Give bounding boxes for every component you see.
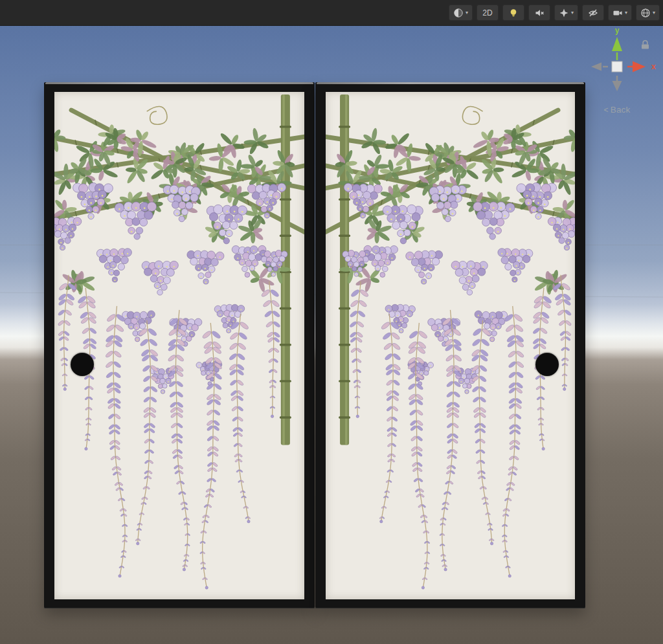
door-handle-left — [71, 353, 94, 376]
gizmo-back-button[interactable]: <Back — [579, 105, 655, 115]
wisteria-painting-left — [54, 92, 304, 599]
scene-visibility-toggle-button[interactable] — [582, 5, 604, 21]
door-panel-right — [326, 92, 575, 599]
door-handle-right — [535, 353, 559, 376]
camera-view-dropdown-button[interactable]: ▾ — [608, 5, 632, 21]
chevron-down-icon: ▾ — [571, 10, 574, 16]
back-chevron-icon: < — [603, 105, 608, 115]
axis-negy-cone[interactable] — [612, 81, 622, 91]
wisteria-painting-right — [326, 92, 575, 599]
lighting-toggle-button[interactable] — [502, 5, 524, 21]
globe-icon — [640, 8, 651, 18]
shading-mode-button[interactable]: ▾ — [449, 5, 473, 21]
effects-dropdown-button[interactable]: ▾ — [554, 5, 578, 21]
audio-muted-icon — [534, 8, 545, 18]
axis-y-label: y — [615, 26, 620, 35]
axis-x-cone[interactable] — [633, 61, 646, 72]
unity-scene-view: ▾ 2D ▾ — [0, 0, 663, 644]
axis-negx-cone[interactable] — [591, 63, 601, 71]
video-camera-icon — [612, 8, 623, 18]
axis-x-label: x — [651, 62, 656, 71]
scene-viewport[interactable]: y x <Back — [0, 26, 663, 644]
scene-toolbar: ▾ 2D ▾ — [0, 0, 663, 26]
light-bulb-icon — [508, 8, 519, 18]
gizmo-back-label: Back — [611, 105, 631, 115]
chevron-down-icon: ▾ — [466, 10, 468, 16]
fusuma-door-right[interactable] — [315, 82, 585, 608]
chevron-down-icon: ▾ — [625, 10, 627, 16]
audio-toggle-button[interactable] — [528, 5, 550, 21]
eye-hidden-icon — [588, 8, 598, 18]
door-panel-left — [54, 92, 304, 599]
2d-toggle-label: 2D — [482, 8, 492, 17]
axis-y-cone[interactable] — [612, 37, 622, 51]
shaded-sphere-icon — [453, 8, 464, 18]
fusuma-door-left[interactable] — [44, 82, 315, 608]
gizmos-menu-button[interactable]: ▾ — [636, 5, 660, 21]
effects-star-icon — [559, 8, 569, 18]
scene-orientation-gizmo[interactable]: y x — [579, 26, 657, 107]
chevron-down-icon: ▾ — [653, 10, 655, 16]
2d-toggle-button[interactable]: 2D — [477, 5, 499, 21]
padlock-icon[interactable] — [641, 39, 650, 50]
gizmo-center-cube[interactable] — [612, 61, 622, 72]
